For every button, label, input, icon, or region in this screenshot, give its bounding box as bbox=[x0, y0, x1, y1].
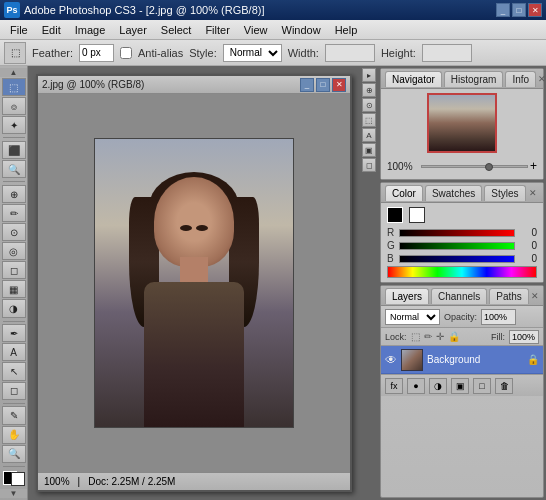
lock-box-icon[interactable]: ⬚ bbox=[411, 331, 420, 342]
title-bar-left: Ps Adobe Photoshop CS3 - [2.jpg @ 100% (… bbox=[4, 2, 264, 18]
canvas-maximize[interactable]: □ bbox=[316, 78, 330, 92]
tool-pen[interactable]: ✒ bbox=[2, 324, 26, 342]
portrait-head bbox=[154, 177, 234, 267]
fill-input[interactable]: 100% bbox=[509, 330, 539, 344]
tool-dodge[interactable]: ◑ bbox=[2, 299, 26, 317]
tab-styles[interactable]: Styles bbox=[484, 185, 525, 201]
tool-magic-wand[interactable]: ✦ bbox=[2, 116, 26, 134]
antialias-label: Anti-alias bbox=[138, 47, 183, 59]
menu-file[interactable]: File bbox=[4, 22, 34, 38]
rstrip-btn-4[interactable]: ⬚ bbox=[362, 113, 376, 127]
nav-zoom-slider[interactable] bbox=[421, 165, 528, 168]
tool-lasso[interactable]: ⌾ bbox=[2, 97, 26, 115]
layer-row-background[interactable]: 👁 Background 🔒 bbox=[381, 346, 543, 374]
canvas-close[interactable]: ✕ bbox=[332, 78, 346, 92]
tool-path-select[interactable]: ↖ bbox=[2, 362, 26, 380]
nav-zoom-in[interactable]: + bbox=[530, 159, 537, 173]
menu-edit[interactable]: Edit bbox=[36, 22, 67, 38]
layers-options-bar: Normal Opacity: 100% bbox=[381, 306, 543, 328]
window-title: Adobe Photoshop CS3 - [2.jpg @ 100% (RGB… bbox=[24, 4, 264, 16]
tab-channels[interactable]: Channels bbox=[431, 288, 487, 304]
layer-lock-icon: 🔒 bbox=[527, 354, 539, 365]
lock-move-icon[interactable]: ✛ bbox=[436, 331, 444, 342]
bg-color-swatch[interactable] bbox=[409, 207, 425, 223]
rstrip-btn-5[interactable]: A bbox=[362, 128, 376, 142]
tool-healing[interactable]: ⊕ bbox=[2, 185, 26, 203]
tab-color[interactable]: Color bbox=[385, 185, 423, 201]
opacity-input[interactable]: 100% bbox=[481, 309, 516, 325]
nav-thumbnail bbox=[427, 93, 497, 153]
style-select[interactable]: Normal bbox=[223, 44, 282, 62]
menu-window[interactable]: Window bbox=[276, 22, 327, 38]
toolbox: ▲ ⬚ ⌾ ✦ ⬛ 🔍 ⊕ ✏ ⊙ ◎ ◻ ▦ ◑ ✒ A ↖ ◻ ✎ ✋ 🔍 … bbox=[0, 66, 28, 500]
layer-visibility-icon[interactable]: 👁 bbox=[385, 353, 397, 367]
rstrip-btn-6[interactable]: ▣ bbox=[362, 143, 376, 157]
tool-brush[interactable]: ✏ bbox=[2, 204, 26, 222]
fg-color-swatch[interactable] bbox=[387, 207, 403, 223]
fx-button[interactable]: fx bbox=[385, 378, 403, 394]
tool-eraser[interactable]: ◻ bbox=[2, 261, 26, 279]
tab-info[interactable]: Info bbox=[505, 71, 536, 87]
tool-hand[interactable]: ✋ bbox=[2, 426, 26, 444]
tool-eyedropper[interactable]: 🔍 bbox=[2, 160, 26, 178]
title-bar-controls[interactable]: _ □ ✕ bbox=[496, 3, 542, 17]
antialias-checkbox[interactable] bbox=[120, 47, 132, 59]
blend-mode-select[interactable]: Normal bbox=[385, 309, 440, 325]
tool-scroll-down[interactable]: ▼ bbox=[0, 489, 27, 498]
feather-input[interactable] bbox=[79, 44, 114, 62]
tab-histogram[interactable]: Histogram bbox=[444, 71, 504, 87]
tool-notes[interactable]: ✎ bbox=[2, 406, 26, 424]
rstrip-btn-3[interactable]: ⊙ bbox=[362, 98, 376, 112]
maximize-button[interactable]: □ bbox=[512, 3, 526, 17]
g-slider[interactable] bbox=[399, 242, 515, 250]
b-slider[interactable] bbox=[399, 255, 515, 263]
menu-view[interactable]: View bbox=[238, 22, 274, 38]
lock-brush-icon[interactable]: ✏ bbox=[424, 331, 432, 342]
minimize-button[interactable]: _ bbox=[496, 3, 510, 17]
canvas-content[interactable] bbox=[38, 94, 350, 472]
new-layer-button[interactable]: □ bbox=[473, 378, 491, 394]
tool-history[interactable]: ◎ bbox=[2, 242, 26, 260]
menu-layer[interactable]: Layer bbox=[113, 22, 153, 38]
tool-gradient[interactable]: ▦ bbox=[2, 280, 26, 298]
tool-shape[interactable]: ◻ bbox=[2, 382, 26, 400]
tab-paths[interactable]: Paths bbox=[489, 288, 529, 304]
tool-divider-2 bbox=[3, 181, 25, 182]
navigator-content: 100% + bbox=[381, 89, 543, 179]
menu-image[interactable]: Image bbox=[69, 22, 112, 38]
tool-zoom[interactable]: 🔍 bbox=[2, 445, 26, 463]
tool-clone[interactable]: ⊙ bbox=[2, 223, 26, 241]
add-mask-button[interactable]: ● bbox=[407, 378, 425, 394]
tab-layers[interactable]: Layers bbox=[385, 288, 429, 304]
r-slider[interactable] bbox=[399, 229, 515, 237]
menu-help[interactable]: Help bbox=[329, 22, 364, 38]
menu-select[interactable]: Select bbox=[155, 22, 198, 38]
layers-panel-close[interactable]: ✕ bbox=[531, 290, 539, 302]
background-color[interactable] bbox=[11, 472, 25, 486]
tab-swatches[interactable]: Swatches bbox=[425, 185, 482, 201]
tool-marquee[interactable]: ⬚ bbox=[2, 78, 26, 96]
new-group-button[interactable]: ▣ bbox=[451, 378, 469, 394]
close-button[interactable]: ✕ bbox=[528, 3, 542, 17]
tab-navigator[interactable]: Navigator bbox=[385, 71, 442, 87]
r-value: 0 bbox=[519, 227, 537, 238]
menu-filter[interactable]: Filter bbox=[199, 22, 235, 38]
rstrip-btn-2[interactable]: ⊕ bbox=[362, 83, 376, 97]
height-input[interactable] bbox=[422, 44, 472, 62]
delete-layer-button[interactable]: 🗑 bbox=[495, 378, 513, 394]
tool-scroll-up[interactable]: ▲ bbox=[0, 68, 27, 77]
width-input[interactable] bbox=[325, 44, 375, 62]
tool-colors[interactable] bbox=[3, 471, 25, 485]
canvas-minimize[interactable]: _ bbox=[300, 78, 314, 92]
color-spectrum[interactable] bbox=[387, 266, 537, 278]
rstrip-btn-7[interactable]: ◻ bbox=[362, 158, 376, 172]
adjustment-button[interactable]: ◑ bbox=[429, 378, 447, 394]
color-panel-close[interactable]: ✕ bbox=[528, 187, 540, 199]
rstrip-btn-1[interactable]: ▸ bbox=[362, 68, 376, 82]
tool-type[interactable]: A bbox=[2, 343, 26, 361]
tool-crop[interactable]: ⬛ bbox=[2, 141, 26, 159]
nav-slider-thumb[interactable] bbox=[485, 163, 493, 171]
navigator-close[interactable]: ✕ bbox=[538, 73, 546, 85]
lock-all-icon[interactable]: 🔒 bbox=[448, 331, 460, 342]
photo-canvas bbox=[94, 138, 294, 428]
